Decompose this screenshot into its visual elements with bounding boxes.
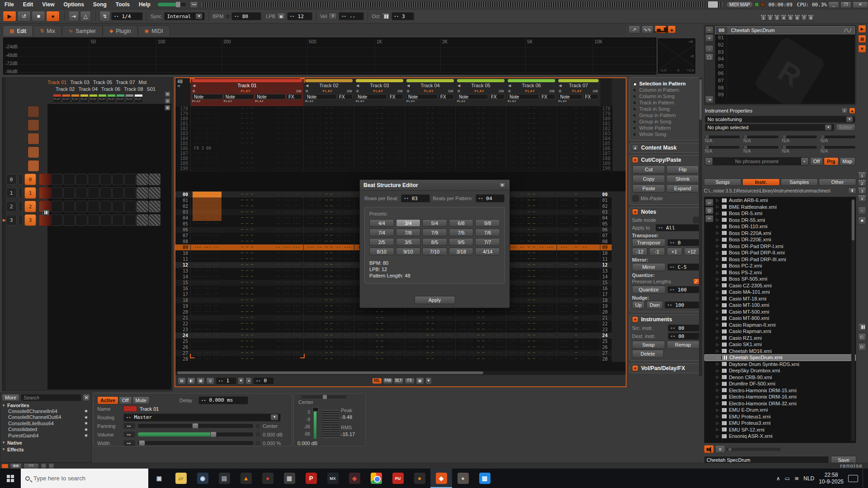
library-icon[interactable] xyxy=(858,323,866,331)
pattern-cell[interactable]: ··· ··─ ─·· ··· xyxy=(456,161,506,166)
tray-expand-icon[interactable]: ∧ xyxy=(776,475,780,482)
preset-button-8-5[interactable]: 8/5 xyxy=(422,238,447,246)
taskbar-shield-icon[interactable]: ◆ xyxy=(344,469,365,488)
pattern-cell[interactable]: ··· ··─ ─·· ··· xyxy=(506,197,557,203)
pattern-cell[interactable]: ··· ··─ ─·· ··· xyxy=(557,291,600,297)
menu-item-options[interactable]: Options xyxy=(59,1,88,8)
ccp-cut-button[interactable]: Cut xyxy=(632,165,665,174)
matrix-cell[interactable] xyxy=(75,187,87,199)
track-color-bar[interactable] xyxy=(356,79,403,82)
status-color-swatch[interactable] xyxy=(2,464,8,468)
transpose-step-button[interactable]: -12 xyxy=(632,248,647,256)
pattern-cell[interactable]: ··· ··─ ─·· ··· xyxy=(405,156,456,161)
language-indicator[interactable]: NLD xyxy=(803,475,814,482)
file-item[interactable]: ▷Boss DR-220A.xrni xyxy=(704,230,856,237)
pattern-cell[interactable]: ··· ··─ ─·· ··· xyxy=(405,116,456,121)
pattern-cell[interactable]: ··· ··─ ─·· ··· xyxy=(354,350,405,356)
taskbar-task-view-icon[interactable]: ▣ xyxy=(148,469,170,488)
matrix-cell[interactable] xyxy=(112,187,124,199)
pattern-cell[interactable]: ··· ··─ ─·· ··· xyxy=(506,192,557,197)
pattern-row[interactable]: 179··· ··· ··─ ─ ─·· ··· ······ ··─ ─·· … xyxy=(175,111,626,116)
file-item[interactable]: ▷Boss PC-2.xrni xyxy=(704,263,856,269)
pattern-cell[interactable]: ··· ··─ ─·· ··· xyxy=(456,338,506,344)
file-item[interactable]: ▷Casio MT-500.xrni xyxy=(704,309,856,315)
oct-value[interactable]: 3 xyxy=(402,14,405,19)
prehear-volume-slider[interactable] xyxy=(726,448,781,451)
pattern-cell[interactable]: ··· ··─ ─·· ··· xyxy=(304,338,354,344)
pattern-row[interactable]: 181··· ··· ··─ ─ ─·· ··· ······ ··─ ─·· … xyxy=(175,121,626,126)
matrix-mini-track[interactable]: PLAY xyxy=(134,94,143,103)
quick-slot-button[interactable]: 5 xyxy=(788,15,793,21)
midi-keyboard-strip[interactable] xyxy=(202,2,722,7)
collapse-icon[interactable]: ▼ xyxy=(632,365,638,371)
pattern-cell[interactable]: ··· ··─ ─·· ··· xyxy=(304,156,354,161)
menu-item-tools[interactable]: Tools xyxy=(111,1,134,8)
pattern-cell[interactable]: ··· ··· ··─ ─ ─·· ··· ··· xyxy=(191,256,304,262)
pattern-cell[interactable]: ··· ··─ ─·· ··· xyxy=(354,344,405,350)
pattern-cell[interactable]: ··· ··─ ─·· ··· xyxy=(456,350,506,356)
preset-button-2-5[interactable]: 2/5 xyxy=(369,238,394,246)
expand-arrow-icon[interactable]: ▷ xyxy=(716,277,719,281)
favorite-item[interactable]: Console8ChannelIn64★ xyxy=(2,408,90,414)
scope-radio[interactable]: Whole Pattern xyxy=(632,125,699,131)
user-folder-icon[interactable]: ☻ xyxy=(858,216,866,225)
transpose-button[interactable]: Transpose xyxy=(632,239,665,247)
pattern-cell[interactable]: ··· ··· ··─ ─ ─·· ··· ··· xyxy=(191,136,304,141)
pattern-cell[interactable]: ··· ··─ ─·· ··· xyxy=(456,356,506,362)
play-button-label[interactable]: PLAY xyxy=(475,89,485,93)
pattern-cell[interactable]: ··· ··· ··─ ─ ─·· ··· ··· xyxy=(191,121,304,126)
pattern-cell[interactable]: ··· ··─ ─·· ··· xyxy=(506,203,557,209)
pattern-cell[interactable]: ··· ··─ ─·· ··· xyxy=(506,297,557,303)
pattern-cell[interactable]: ··· ··· ··─ ─ ─·· ··· ··· xyxy=(191,350,304,356)
expand-arrow-icon[interactable]: ▷ xyxy=(716,329,719,333)
file-item[interactable]: ▷Daytone Drum Synhte-RDS.xrni xyxy=(704,361,856,368)
pattern-cell[interactable]: ··· ··─ ─·· ··· xyxy=(304,106,354,111)
pattern-cell[interactable]: ··· ··─ ─·· ··· xyxy=(557,215,600,221)
pattern-cell[interactable]: ··· ··· ··─ ─ ─·· ··· ··· xyxy=(191,356,304,362)
columns-dropdown-icon[interactable]: ▼ xyxy=(425,377,432,385)
matrix-cell[interactable] xyxy=(51,174,63,185)
pattern-cell[interactable]: ··· ··─ ─·· ··· xyxy=(304,268,354,274)
pattern-cell[interactable]: ··· ··· ··─ ─ ─·· ··· ··· xyxy=(191,161,304,166)
matrix-cell[interactable] xyxy=(137,201,148,212)
quantize-button[interactable]: Quantize xyxy=(632,286,665,294)
menu-item-edit[interactable]: Edit xyxy=(19,1,38,8)
expand-arrow-icon[interactable]: ▷ xyxy=(716,401,719,405)
fx-column-label[interactable]: FX xyxy=(439,94,454,99)
menu-item-song[interactable]: Song xyxy=(89,1,111,8)
preset-button-4-4[interactable]: 4/4 xyxy=(369,219,394,227)
favorite-item[interactable]: Consolidated★ xyxy=(2,427,90,433)
pattern-cell[interactable]: ··· ··─ ─·· ··· xyxy=(506,303,557,309)
prehear-icon[interactable] xyxy=(704,445,714,453)
track-title[interactable]: Track 05◀ xyxy=(456,83,506,89)
pattern-cell[interactable]: ··· ··─ ─·· ··· xyxy=(304,291,354,297)
taskbar-steam-icon[interactable]: ◉ xyxy=(192,469,213,488)
pattern-row[interactable]: 188··· ··· ··─ ─ ─·· ··· ······ ··─ ─·· … xyxy=(175,156,626,161)
pattern-row[interactable]: 25··· ··· ··─ ─ ─·· ··· ······ ··─ ─·· ·… xyxy=(175,338,626,344)
pattern-cell[interactable]: ··· ··─ ─·· ··· xyxy=(304,227,354,233)
pattern-cell[interactable]: ··· ··─ ─·· ··· xyxy=(557,268,600,274)
advanced-panel-scrollbar[interactable] xyxy=(699,77,702,376)
matrix-mini-track[interactable]: PLAY xyxy=(71,94,80,103)
remove-instrument-icon[interactable]: − xyxy=(705,26,713,33)
file-item[interactable]: ▷Boss DR-5.xrni xyxy=(704,210,856,217)
quick-slot-button[interactable]: 3 xyxy=(774,15,780,21)
matrix-track-name[interactable]: S01 xyxy=(147,86,156,92)
track-collapse-icon[interactable]: ◀ xyxy=(508,83,511,89)
add-column-icon[interactable]: ⊞ xyxy=(356,89,359,93)
gutter-arrow-icon[interactable]: ◀ xyxy=(175,84,190,88)
collapse-icon[interactable]: ▼ xyxy=(632,209,638,215)
mirror-value[interactable]: C-5 xyxy=(678,264,687,270)
tap-tempo-box[interactable] xyxy=(226,14,230,19)
file-item[interactable]: ▷Boss DR-220E.xrni xyxy=(704,236,856,243)
file-item[interactable]: ▷EMU E-Drum.xrni xyxy=(704,407,856,413)
add-column-icon[interactable]: ⊞ xyxy=(407,89,410,93)
preset-button-9-10[interactable]: 9/10 xyxy=(396,248,421,255)
dsp-search-input[interactable]: Search xyxy=(21,394,81,401)
expand-arrow-icon[interactable]: ▷ xyxy=(716,349,719,353)
file-item[interactable]: ▷Cheetah MD16.xrni xyxy=(704,348,856,355)
plugin-editor-button[interactable]: Editor xyxy=(836,124,855,131)
pattern-cell[interactable]: ··· ··─ ─·· ··· xyxy=(506,356,557,362)
expand-arrow-icon[interactable]: ▷ xyxy=(716,343,719,347)
pattern-cell[interactable]: ··· ··─ ─·· ··· xyxy=(304,303,354,309)
